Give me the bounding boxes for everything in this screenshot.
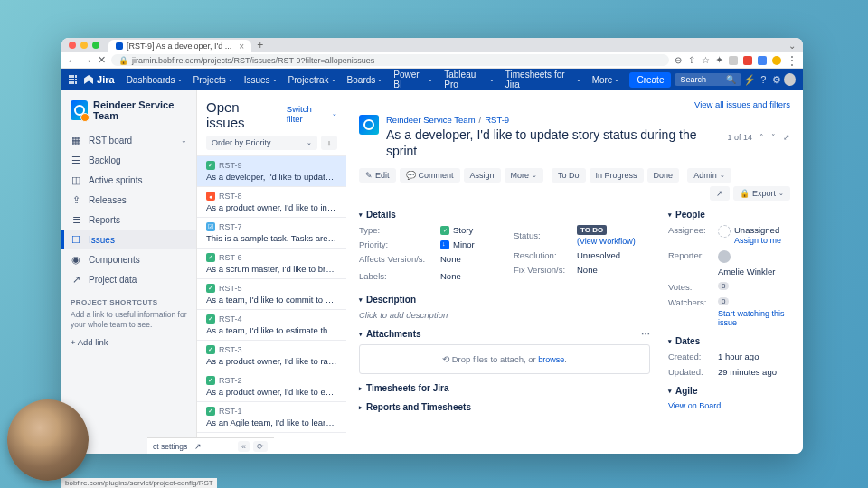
url-field[interactable]: 🔒 jiramin.bobfire.com/projects/RST/issue…	[111, 54, 669, 66]
notifications-icon[interactable]: ⚡	[743, 73, 756, 86]
refresh-button[interactable]: ⟳	[253, 441, 268, 452]
section-timesheets[interactable]: ▸Timesheets for Jira	[359, 383, 650, 393]
share-button[interactable]: ↗	[710, 186, 730, 201]
extension-3-icon[interactable]	[758, 56, 767, 65]
issue-row[interactable]: ✓RST-6As a scrum master, I'd like to bre…	[197, 248, 346, 278]
admin-button[interactable]: Admin⌄	[687, 168, 731, 183]
share-icon: ↗	[716, 189, 723, 198]
sidebar-item-projectdata[interactable]: ↗Project data	[61, 269, 196, 289]
browse-link[interactable]: browse	[538, 355, 564, 364]
sidebar-item-board[interactable]: ▦RST board⌄	[61, 130, 196, 150]
nav-boards[interactable]: Boards⌄	[343, 75, 388, 85]
view-on-board-link[interactable]: View on Board	[668, 401, 721, 410]
jira-logo[interactable]: Jira	[84, 74, 115, 85]
app-switcher-icon[interactable]	[69, 75, 77, 84]
nav-timesheets[interactable]: Timesheets for Jira⌄	[501, 70, 586, 89]
help-icon[interactable]: ?	[758, 73, 769, 86]
more-button[interactable]: More⌄	[505, 168, 544, 183]
jira-logo-icon	[84, 75, 93, 84]
section-dates[interactable]: ▾Dates	[668, 336, 790, 346]
nav-powerbi[interactable]: Power BI⌄	[389, 70, 438, 89]
user-avatar[interactable]	[784, 73, 796, 86]
status-lozenge: TO DO	[577, 225, 607, 235]
tab-dropdown-icon[interactable]: ⌄	[788, 41, 796, 51]
section-reports[interactable]: ▸Reports and Timesheets	[359, 402, 650, 412]
nav-dashboards[interactable]: Dashboards⌄	[122, 75, 187, 85]
transition-inprogress-button[interactable]: In Progress	[590, 168, 644, 183]
star-icon[interactable]: ☆	[702, 55, 710, 65]
issue-row[interactable]: ✓RST-2As a product owner, I'd like to ex…	[197, 371, 346, 401]
breadcrumb-key[interactable]: RST-9	[485, 115, 509, 125]
sidebar-item-releases[interactable]: ⇪Releases	[61, 190, 196, 210]
extension-2-icon[interactable]	[743, 56, 752, 65]
issue-row[interactable]: ☑RST-7This is a sample task. Tasks are u…	[197, 217, 346, 248]
issue-row[interactable]: ✓RST-3As a product owner, I'd like to ra…	[197, 340, 346, 371]
collapse-sidebar-button[interactable]: «	[238, 441, 250, 452]
nav-more[interactable]: More⌄	[588, 75, 625, 85]
section-details[interactable]: ▾Details	[359, 210, 650, 220]
export-button[interactable]: 🔒Export⌄	[733, 186, 790, 201]
view-all-issues-link[interactable]: View all issues and filters	[694, 99, 790, 109]
zoom-icon[interactable]: ⊖	[675, 55, 682, 65]
settings-icon[interactable]: ⚙	[771, 73, 783, 86]
tab-close-icon[interactable]: ×	[239, 42, 244, 52]
share-icon[interactable]: ⇧	[688, 55, 695, 65]
switch-filter-button[interactable]: Switch filter⌄	[287, 104, 337, 124]
attachments-menu-icon[interactable]: ⋯	[641, 329, 650, 339]
back-button[interactable]: ←	[67, 55, 77, 66]
issue-key: RST-3	[219, 345, 242, 354]
extension-1-icon[interactable]	[729, 56, 738, 65]
reload-button[interactable]: ✕	[98, 54, 106, 66]
browser-tab[interactable]: [RST-9] As a developer, I'd ... ×	[108, 40, 251, 52]
sidebar-item-components[interactable]: ◉Components	[61, 249, 196, 269]
attachments-dropzone[interactable]: ⟲ Drop files to attach, or browse.	[359, 344, 650, 374]
assign-button[interactable]: Assign	[464, 168, 501, 183]
sidebar-item-backlog[interactable]: ☰Backlog	[61, 150, 196, 170]
issue-title[interactable]: As a developer, I'd like to update story…	[386, 127, 720, 159]
pager-down-icon[interactable]: ˅	[771, 133, 776, 142]
nav-issues[interactable]: Issues⌄	[240, 75, 282, 85]
issue-row[interactable]: ●RST-8As a product owner, I'd like to in…	[197, 186, 346, 217]
order-by-select[interactable]: Order by Priority⌄	[206, 136, 317, 150]
nav-projectrak[interactable]: Projectrak⌄	[284, 75, 341, 85]
search-input[interactable]: Search 🔍	[675, 73, 741, 86]
edit-button[interactable]: ✎Edit	[359, 168, 396, 183]
forward-button[interactable]: →	[82, 55, 92, 66]
sort-direction-button[interactable]: ↓	[321, 136, 337, 150]
pager-up-icon[interactable]: ˄	[760, 133, 764, 142]
project-header[interactable]: Reindeer Service Team	[61, 99, 196, 130]
watch-issue-link[interactable]: Start watching this issue	[718, 309, 790, 327]
issue-row[interactable]: ✓RST-5As a team, I'd like to commit to a…	[197, 278, 346, 309]
description-placeholder[interactable]: Click to add description	[359, 310, 650, 320]
assign-to-me-link[interactable]: Assign to me	[734, 236, 781, 245]
transition-done-button[interactable]: Done	[647, 168, 680, 183]
new-tab-button[interactable]: +	[257, 39, 263, 52]
issue-row[interactable]: ✓RST-9As a developer, I'd like to update…	[197, 155, 346, 186]
issue-key: RST-9	[219, 161, 242, 170]
add-link-button[interactable]: + Add link	[61, 330, 196, 354]
section-people[interactable]: ▾People	[668, 210, 790, 220]
browser-menu-icon[interactable]: ⋮	[787, 54, 797, 67]
window-close[interactable]	[69, 42, 76, 49]
section-attachments[interactable]: ▾Attachments⋯	[359, 329, 650, 339]
window-minimize[interactable]	[80, 42, 88, 49]
section-agile[interactable]: ▾Agile	[668, 386, 790, 396]
breadcrumb-project[interactable]: Reindeer Service Team	[386, 115, 476, 125]
extensions-icon[interactable]: ✦	[715, 54, 723, 66]
create-button[interactable]: Create	[629, 72, 671, 88]
nav-projects[interactable]: Projects⌄	[189, 75, 238, 85]
transition-todo-button[interactable]: To Do	[552, 168, 586, 183]
comment-button[interactable]: 💬Comment	[400, 168, 460, 183]
issue-summary: As an Agile team, I'd like to learn abo.…	[206, 418, 337, 427]
nav-tableau[interactable]: Tableau Pro⌄	[439, 70, 499, 89]
expand-icon[interactable]: ⤢	[783, 133, 790, 142]
sidebar-item-sprints[interactable]: ◫Active sprints	[61, 170, 196, 190]
sidebar-item-reports[interactable]: ≣Reports	[61, 210, 196, 230]
view-workflow-link[interactable]: (View Workflow)	[577, 237, 636, 246]
sidebar-item-issues[interactable]: ☐Issues	[61, 230, 196, 249]
issue-row[interactable]: ✓RST-4As a team, I'd like to estimate th…	[197, 309, 346, 340]
issue-row[interactable]: ✓RST-1As an Agile team, I'd like to lear…	[197, 401, 346, 432]
profile-avatar-icon[interactable]	[772, 56, 781, 65]
section-description[interactable]: ▾Description	[359, 295, 650, 305]
window-maximize[interactable]	[92, 42, 99, 49]
